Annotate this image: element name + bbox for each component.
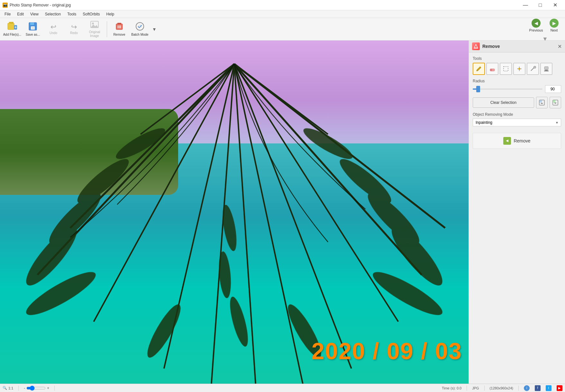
svg-line-27 [234,64,422,275]
previous-icon: ◀ [532,19,541,28]
window-controls: — □ ✕ [518,0,562,10]
svg-point-9 [92,23,94,24]
svg-point-44 [142,301,186,361]
zoom-out-button[interactable]: - [24,386,25,390]
undo-icon: ↩ [50,23,56,31]
remove-label: Remove [113,33,125,36]
add-file-button[interactable]: + Add File(s)... [3,19,22,39]
save-as-button[interactable]: Save as... [23,19,42,39]
redo-button[interactable]: ↪ Redo [64,19,84,39]
tools-label: Tools [473,56,561,61]
menu-edit[interactable]: Edit [14,11,27,17]
stamp-tool-button[interactable] [540,63,552,75]
remove-action-label: Remove [514,138,530,143]
object-removing-mode-section: Object Removing Mode Inpainting Blur Tex… [473,112,561,126]
redo-icon: ↪ [71,23,77,31]
svg-rect-60 [539,100,542,103]
eraser-tool-button[interactable] [486,63,498,75]
close-button[interactable]: ✕ [548,0,562,10]
toolbar-more[interactable]: ▼ [151,26,158,32]
svg-rect-62 [553,100,555,103]
format-label: JPG [472,386,479,390]
svg-point-43 [226,295,251,348]
svg-point-36 [300,123,356,164]
svg-text:+: + [14,25,17,30]
minimize-button[interactable]: — [518,0,533,10]
next-icon: ▶ [550,19,559,28]
mode-select[interactable]: Inpainting Blur Texture Fill [473,119,561,126]
radius-slider-container[interactable] [473,86,542,92]
batch-mode-icon [135,22,144,32]
tools-grid [473,63,561,75]
remove-arrow-icon [503,137,511,145]
palm-overlay [0,41,469,384]
info-icon[interactable]: i [524,385,530,391]
menu-view[interactable]: View [27,11,42,17]
zoom-slider[interactable] [26,386,46,391]
svg-point-55 [534,67,535,68]
remove-action-button[interactable]: Remove [473,133,561,149]
status-divider-4 [484,386,485,391]
svg-rect-48 [504,67,508,71]
zoom-in-button[interactable]: + [47,386,49,390]
action-row: Clear Selection [473,97,561,108]
toolbox-close-button[interactable]: ✕ [558,43,562,50]
title-bar: 📷 Photo Stamp Remover - original.jpg — □… [0,0,565,10]
pencil-tool-button[interactable] [473,63,485,75]
remove-icon [115,22,124,32]
save-selection-button[interactable] [550,97,561,108]
svg-rect-0 [8,23,14,30]
app-icon: 📷 [3,3,8,8]
status-divider-3 [467,386,467,391]
previous-label: Previous [529,28,543,32]
radius-slider-thumb[interactable] [476,86,480,92]
zoom-display: 🔍 1:1 [3,386,13,390]
svg-rect-56 [544,67,548,70]
zoom-label: 1:1 [8,386,13,390]
load-selection-button[interactable] [536,97,548,108]
radius-input[interactable] [545,85,561,93]
undo-label: Undo [50,31,57,35]
svg-rect-58 [544,70,549,71]
nav-buttons-area: ◀ Previous ▶ Next ▼ [528,16,562,42]
zoom-slider-area: - + [24,386,49,391]
svg-rect-47 [490,69,492,71]
wand2-tool-button[interactable] [527,63,539,75]
next-button[interactable]: ▶ Next [546,16,562,35]
remove-button[interactable]: Remove [110,19,129,39]
toolbar-separator-1 [107,21,107,37]
rect-select-tool-button[interactable] [500,63,512,75]
maximize-button[interactable]: □ [533,0,548,10]
toolbox-header: Remove ✕ [469,41,565,52]
original-image-button[interactable]: Original Image [85,19,104,39]
magic-wand-tool-button[interactable] [513,63,525,75]
previous-button[interactable]: ◀ Previous [528,16,544,35]
svg-rect-12 [117,23,121,24]
canvas-area[interactable]: 2020 / 09 / 03 [0,41,469,384]
youtube-icon[interactable]: ▶ [557,385,562,391]
svg-point-16 [136,23,144,30]
menu-selection[interactable]: Selection [42,11,64,17]
clear-selection-button[interactable]: Clear Selection [473,97,534,108]
twitter-icon[interactable]: t [546,385,551,391]
undo-button[interactable]: ↩ Undo [44,19,63,39]
menu-file[interactable]: File [1,11,14,17]
batch-mode-button[interactable]: Batch Mode [130,19,150,39]
toolbar: + Add File(s)... Save as... ↩ Undo ↪ Red… [0,18,565,41]
svg-marker-63 [506,140,508,142]
radius-section: Radius [473,79,561,93]
svg-point-53 [518,68,520,70]
toolbox-body: Tools [469,52,565,384]
menu-help[interactable]: Help [103,11,118,17]
menu-tools[interactable]: Tools [64,11,79,17]
menu-softorbits[interactable]: SoftOrbits [79,11,103,17]
original-image-label: Original Image [85,30,104,38]
svg-rect-5 [30,23,34,25]
facebook-icon[interactable]: f [535,385,541,391]
redo-label: Redo [70,31,78,35]
svg-rect-1 [9,22,14,24]
save-as-label: Save as... [26,33,40,37]
add-file-icon: + [7,22,17,32]
save-as-icon [28,22,37,32]
menu-bar: File Edit View Selection Tools SoftOrbit… [0,10,565,18]
